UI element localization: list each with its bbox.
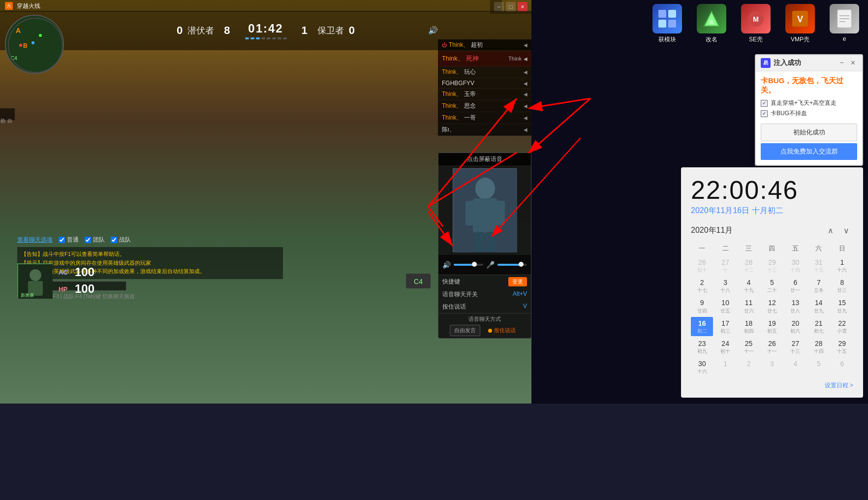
dot-4 <box>261 37 265 39</box>
desktop-icon-se[interactable]: M SE壳 <box>736 4 775 44</box>
cal-day-1-dec[interactable]: 1 <box>714 357 736 376</box>
desktop-icon-module[interactable]: 获模块 <box>648 4 687 44</box>
cal-day-3-dec[interactable]: 3 <box>761 357 783 376</box>
minimize-button[interactable]: − <box>494 2 504 12</box>
cal-day-17[interactable]: 17初三 <box>714 317 736 336</box>
chat-main-label: Think <box>508 56 522 62</box>
cal-day-13[interactable]: 13廿八 <box>784 296 806 315</box>
notif-check2-row: ✓ 卡BUG不掉血 <box>761 109 857 118</box>
cal-day-4[interactable]: 4十九 <box>738 276 760 295</box>
checkbox-team[interactable]: 团队 <box>85 236 105 244</box>
desktop-icon-vmp[interactable]: V VMP壳 <box>780 4 820 44</box>
cal-day-30[interactable]: 30十六 <box>691 357 713 376</box>
calendar-prev-button[interactable]: ∧ <box>824 224 837 237</box>
dot-5 <box>267 37 271 39</box>
player-hud: 新奥康 AC 100 HP 100 <box>17 263 94 298</box>
shortcut-change-button[interactable]: 变更 <box>508 277 527 286</box>
checkbox-normal-input[interactable] <box>59 237 65 243</box>
chat-item-4: Think、 思念 ◀ <box>438 100 531 112</box>
ac-row: AC 100 <box>59 265 94 279</box>
svg-text:A: A <box>16 27 21 34</box>
chat-filter-link[interactable]: 查看聊天选项 <box>17 236 53 244</box>
join-group-button[interactable]: 点我免费加入交流群 <box>761 143 857 160</box>
chat-main-text: 死神 <box>466 54 479 63</box>
cal-day-5-dec[interactable]: 5 <box>807 357 830 376</box>
calendar-settings-button[interactable]: 设置日程 > <box>825 381 853 390</box>
cal-day-27-oct[interactable]: 27十 <box>714 256 736 275</box>
cal-day-15[interactable]: 15廿九 <box>831 296 853 315</box>
cal-day-26-oct[interactable]: 26初十 <box>691 256 713 275</box>
voice-panel-header[interactable]: 点击屏蔽语音 <box>438 153 531 165</box>
cal-day-29-oct[interactable]: 29十三 <box>761 256 783 275</box>
voice-toggle-key: Alt+V <box>513 290 527 299</box>
cal-day-24[interactable]: 24初十 <box>714 337 736 356</box>
checkbox-squad-input[interactable] <box>111 237 117 243</box>
cal-day-28-oct[interactable]: 28十二 <box>738 256 760 275</box>
cal-day-9[interactable]: 9廿四 <box>691 296 713 315</box>
character-preview <box>453 168 517 252</box>
cal-day-8[interactable]: 8廿三 <box>831 276 853 295</box>
desktop-icon-rename[interactable]: 改 改名 <box>692 4 731 44</box>
game-window: 火 穿越火线 − □ × 0 潜伏者 8 01:42 <box>0 0 531 404</box>
volume-row: 🔊 🎤 <box>442 261 527 269</box>
volume-bar[interactable] <box>454 264 483 266</box>
cal-day-23[interactable]: 23初九 <box>691 337 713 356</box>
cal-day-16-today[interactable]: 16初二 <box>691 317 713 336</box>
rename-icon: 改 <box>697 4 726 33</box>
volume-knob[interactable] <box>472 262 477 267</box>
cal-day-10[interactable]: 10廿五 <box>714 296 736 315</box>
svg-rect-11 <box>465 201 475 225</box>
cal-day-25[interactable]: 25十一 <box>738 337 760 356</box>
mode-ptt-btn[interactable]: 按住说话 <box>484 325 520 336</box>
calendar-next-button[interactable]: ∨ <box>839 224 853 237</box>
notif-minimize[interactable]: − <box>837 59 845 67</box>
mic-bar[interactable] <box>497 264 527 266</box>
cal-day-31-oct[interactable]: 31十五 <box>807 256 830 275</box>
checkbox-normal[interactable]: 普通 <box>59 236 79 244</box>
cal-day-19[interactable]: 19初五 <box>761 317 783 336</box>
checkbox-squad[interactable]: 战队 <box>111 236 131 244</box>
notif-controls: − × <box>837 59 857 67</box>
cal-day-6[interactable]: 6廿一 <box>784 276 806 295</box>
cal-day-2[interactable]: 2十七 <box>691 276 713 295</box>
cal-day-27[interactable]: 27十三 <box>784 337 806 356</box>
chat-item-main: Think、 死神 Think ◀ <box>438 51 531 66</box>
mic-knob[interactable] <box>519 262 524 267</box>
cal-day-12[interactable]: 12廿七 <box>761 296 783 315</box>
cal-day-22[interactable]: 22小雪 <box>831 317 853 336</box>
cal-day-3[interactable]: 3十八 <box>714 276 736 295</box>
checkbox-team-input[interactable] <box>85 237 91 243</box>
cal-day-14[interactable]: 14廿九 <box>807 296 830 315</box>
cal-day-6-dec[interactable]: 6 <box>831 357 853 376</box>
cal-day-4-dec[interactable]: 4 <box>784 357 806 376</box>
cal-day-7[interactable]: 7立冬 <box>807 276 830 295</box>
cal-day-30-oct[interactable]: 30十四 <box>784 256 806 275</box>
notif-close-button[interactable]: × <box>849 59 857 67</box>
cal-day-11[interactable]: 11廿六 <box>738 296 760 315</box>
chat-text-1: 玩心 <box>464 68 476 76</box>
cal-day-18[interactable]: 18初四 <box>738 317 760 336</box>
cal-day-28[interactable]: 28十四 <box>807 337 830 356</box>
sound-icon[interactable]: 🔊 <box>428 26 438 35</box>
svg-rect-10 <box>473 198 497 233</box>
notif-title: 易 注入成功 <box>761 58 801 68</box>
desktop-icon-e[interactable]: e <box>825 4 864 44</box>
cal-day-20[interactable]: 20初六 <box>784 317 806 336</box>
cal-day-21[interactable]: 21初七 <box>807 317 830 336</box>
side-btn-1[interactable]: 自助 <box>0 108 15 120</box>
cal-day-2-dec[interactable]: 2 <box>738 357 760 376</box>
maximize-button[interactable]: □ <box>506 2 516 12</box>
cal-day-26[interactable]: 26十一 <box>761 337 783 356</box>
cal-day-1[interactable]: 1十六 <box>831 256 853 275</box>
mode-free-btn[interactable]: 自由发言 <box>450 325 480 336</box>
notif-header: 易 注入成功 − × <box>756 55 862 71</box>
chat-item-0: ⏻ Think、 超初 ◀ <box>438 39 531 51</box>
cal-day-29[interactable]: 29十五 <box>831 337 853 356</box>
close-button[interactable]: × <box>518 2 527 12</box>
notif-check2[interactable]: ✓ <box>761 110 768 117</box>
voice-toggle-label: 语音聊天开关 <box>442 290 478 299</box>
init-success-button[interactable]: 初始化成功 <box>761 124 857 141</box>
speaker-1: Think、 <box>442 68 462 76</box>
notif-check1[interactable]: ✓ <box>761 100 768 107</box>
cal-day-5[interactable]: 5二十 <box>761 276 783 295</box>
